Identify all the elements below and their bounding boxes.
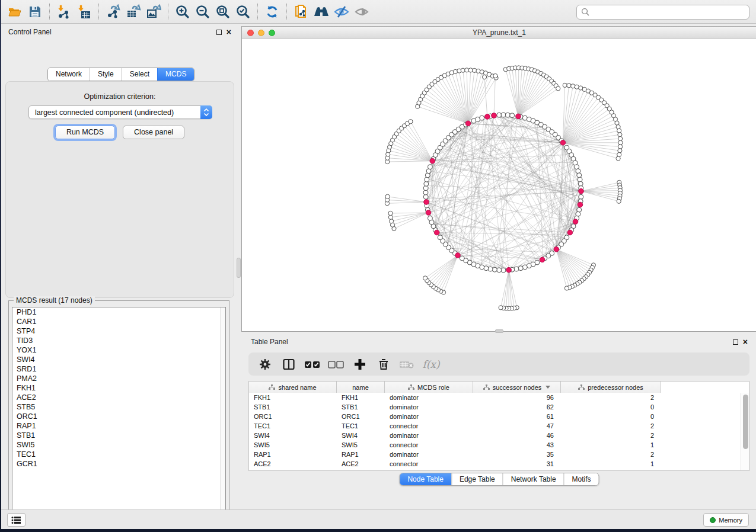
network-node[interactable] (563, 83, 567, 87)
network-node[interactable] (388, 211, 393, 215)
open-file-button[interactable] (5, 2, 25, 21)
tab-network[interactable]: Network (48, 68, 90, 81)
tab-style[interactable]: Style (90, 68, 122, 81)
mcds-result-item[interactable]: STB1 (12, 431, 225, 440)
column-header-shared-name[interactable]: shared name (249, 382, 337, 393)
float-panel-icon[interactable] (733, 339, 738, 345)
save-session-button[interactable] (25, 2, 45, 21)
mcds-result-item[interactable]: ACE2 (12, 393, 225, 402)
network-node[interactable] (578, 181, 583, 186)
table-row[interactable]: RAP1RAP1dominator352 (249, 450, 741, 459)
network-node[interactable] (428, 165, 432, 169)
column-header-mcds-role[interactable]: MCDS role (385, 382, 473, 393)
first-neighbors-button[interactable] (311, 2, 331, 21)
table-row[interactable]: YOX1YOX1connector291 (249, 469, 741, 470)
export-table-button[interactable] (123, 2, 143, 21)
export-network-button[interactable] (103, 2, 123, 21)
mcds-result-item[interactable]: STP4 (12, 326, 225, 336)
show-commands-button[interactable] (7, 513, 25, 527)
mcds-result-item[interactable]: PMA2 (12, 374, 225, 383)
tab-select[interactable]: Select (122, 68, 157, 81)
network-node[interactable] (488, 267, 493, 271)
mcds-result-item[interactable]: STB5 (12, 402, 225, 412)
mcds-result-item[interactable]: SRD1 (12, 364, 225, 374)
network-node[interactable] (428, 216, 432, 220)
delete-table-button[interactable] (397, 355, 418, 373)
search-field[interactable] (576, 5, 749, 20)
network-hub-node[interactable] (560, 140, 566, 146)
network-node[interactable] (616, 156, 620, 161)
network-node[interactable] (483, 75, 487, 79)
network-node[interactable] (501, 113, 506, 117)
table-row[interactable]: SWI4SWI4dominator462 (249, 431, 741, 440)
table-row[interactable]: FKH1FKH1dominator962 (249, 393, 741, 402)
network-hub-node[interactable] (485, 114, 490, 120)
column-layout-button[interactable] (278, 355, 299, 373)
column-header-name[interactable]: name (337, 382, 385, 393)
network-node[interactable] (617, 129, 621, 133)
sort-chevron-icon[interactable] (546, 386, 550, 389)
network-window-titlebar[interactable]: YPA_prune.txt_1 (242, 27, 756, 39)
network-hub-node[interactable] (573, 219, 578, 225)
network-node[interactable] (501, 268, 506, 273)
horizontal-splitter-handle[interactable] (495, 329, 503, 333)
network-node[interactable] (617, 199, 621, 203)
network-node[interactable] (390, 219, 394, 223)
mcds-result-item[interactable]: GCR1 (12, 459, 225, 469)
network-node[interactable] (578, 177, 582, 182)
function-builder-button[interactable]: f(x) (420, 355, 442, 373)
network-node[interactable] (423, 190, 428, 195)
network-node[interactable] (577, 173, 582, 178)
mcds-result-item[interactable]: ORC1 (12, 412, 225, 421)
network-node[interactable] (514, 267, 519, 271)
network-node[interactable] (571, 84, 575, 88)
network-node[interactable] (567, 84, 571, 88)
tab-node-table[interactable]: Node Table (400, 473, 451, 485)
network-node[interactable] (493, 73, 497, 78)
mcds-result-item[interactable]: CAR1 (12, 317, 225, 326)
network-canvas[interactable] (242, 39, 756, 332)
table-row[interactable]: STB1STB1dominator620 (249, 402, 741, 412)
delete-column-button[interactable] (373, 355, 394, 373)
network-node[interactable] (497, 113, 502, 117)
mcds-result-item[interactable]: TID3 (12, 336, 225, 345)
import-table-button[interactable] (74, 2, 94, 21)
network-node[interactable] (618, 136, 623, 140)
mcds-result-item[interactable]: TEC1 (12, 450, 225, 459)
zoom-out-button[interactable] (193, 2, 213, 21)
network-node[interactable] (460, 256, 464, 261)
network-node[interactable] (579, 194, 583, 199)
add-column-button[interactable] (349, 355, 371, 373)
network-node[interactable] (492, 267, 497, 272)
clone-network-button[interactable] (291, 2, 311, 21)
mcds-result-item[interactable]: SWI4 (12, 355, 225, 364)
select-all-rows-button[interactable] (302, 355, 323, 373)
network-hub-node[interactable] (579, 188, 584, 194)
network-hub-node[interactable] (455, 253, 461, 258)
column-header-successor-nodes[interactable]: successor nodes (473, 382, 561, 393)
network-hub-node[interactable] (540, 257, 545, 262)
zoom-selected-button[interactable] (233, 2, 253, 21)
network-hub-node[interactable] (430, 158, 435, 164)
mcds-result-item[interactable]: RAP1 (12, 421, 225, 431)
refresh-view-button[interactable] (262, 2, 282, 21)
run-mcds-button[interactable]: Run MCDS (55, 126, 115, 139)
network-hub-node[interactable] (492, 113, 497, 118)
network-node[interactable] (423, 186, 428, 191)
mcds-result-item[interactable]: FKH1 (12, 383, 225, 393)
network-node[interactable] (618, 140, 623, 145)
table-row[interactable]: ORC1ORC1dominator610 (249, 412, 741, 421)
table-row[interactable]: ACE2ACE2connector311 (249, 459, 741, 469)
search-input[interactable] (593, 7, 745, 18)
mcds-result-item[interactable]: PHD1 (12, 307, 225, 317)
table-scrollbar-thumb[interactable] (743, 395, 748, 449)
vertical-splitter-handle[interactable] (237, 258, 241, 278)
network-hub-node[interactable] (424, 200, 429, 205)
optimization-criterion-select[interactable]: largest connected component (undirected) (28, 105, 212, 119)
network-node[interactable] (499, 306, 503, 310)
network-hub-node[interactable] (426, 210, 431, 216)
network-node[interactable] (385, 194, 390, 198)
show-graphics-button[interactable] (352, 2, 372, 21)
network-node[interactable] (409, 120, 413, 124)
network-node[interactable] (518, 266, 523, 271)
